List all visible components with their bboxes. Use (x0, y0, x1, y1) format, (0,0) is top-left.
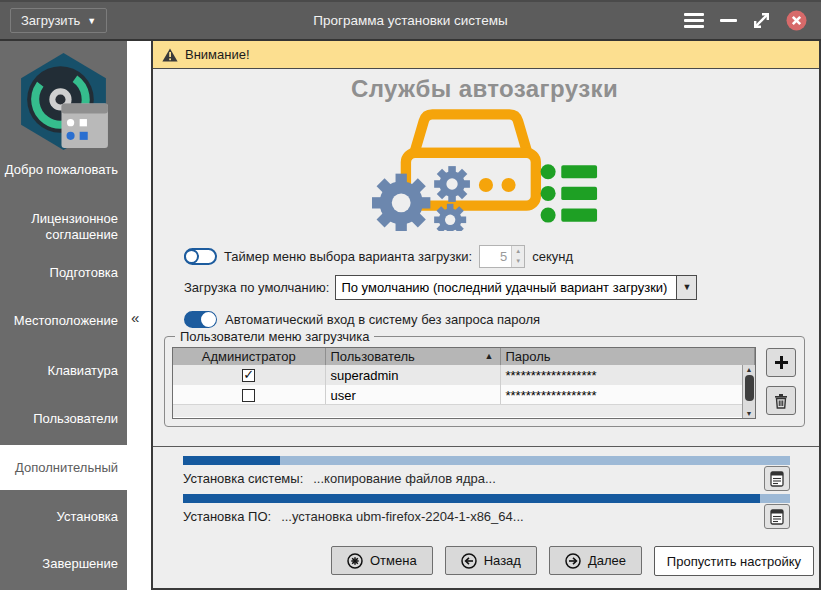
sidebar-item-welcome[interactable]: Добро пожаловать (0, 162, 127, 178)
titlebar: Загрузить ▼ Программа установки системы (0, 0, 821, 41)
spin-up-icon[interactable]: ▲ (512, 246, 524, 257)
installation-progress-section: Установка системы: ...копирование файлов… (153, 446, 819, 588)
sidebar-item-location[interactable]: Местоположение (0, 313, 127, 329)
empty-table-area (173, 404, 742, 417)
cancel-circle-icon (347, 553, 363, 569)
bootloader-users-group: Пользователи меню загрузчика Администрат… (164, 336, 805, 427)
boot-timer-row: Таймер меню выбора варианта загрузки: 5 … (184, 244, 805, 268)
bootloader-users-table: Администратор Пользователь▲ Пароль super… (172, 347, 756, 419)
page-title: Службы автозагрузки (164, 75, 805, 103)
skip-configuration-button[interactable]: Пропустить настройку (654, 546, 814, 576)
system-progress-row: Установка системы: ...копирование файлов… (183, 465, 790, 492)
next-label: Далее (588, 553, 626, 568)
skip-label: Пропустить настройку (667, 554, 801, 569)
bootloader-users-legend: Пользователи меню загрузчика (175, 329, 374, 344)
boot-timer-label: Таймер меню выбора варианта загрузки: (224, 249, 472, 264)
software-progress-row: Установка ПО: ...установка ubm-firefox-2… (183, 503, 790, 530)
scrollbar-thumb[interactable] (745, 375, 754, 401)
cancel-label: Отмена (370, 553, 417, 568)
log-document-icon (770, 509, 784, 525)
trash-icon (774, 393, 788, 409)
table-row-user[interactable]: user ****************** (173, 385, 755, 405)
back-label: Назад (484, 553, 521, 568)
boot-timer-toggle[interactable] (184, 248, 217, 265)
delete-user-button[interactable] (766, 386, 796, 415)
autostart-illustration (164, 105, 805, 231)
warning-icon (162, 48, 178, 62)
load-menu-label: Загрузить (21, 13, 80, 28)
table-row-superadmin[interactable]: superadmin ****************** (173, 365, 755, 385)
chevron-down-icon: ▼ (87, 16, 96, 26)
minimize-button[interactable] (720, 19, 737, 22)
close-button[interactable] (786, 10, 807, 31)
column-header-password[interactable]: Пароль (500, 348, 755, 365)
sidebar-item-additional-active[interactable]: Дополнительный (0, 445, 127, 490)
sort-asc-icon: ▲ (485, 351, 494, 361)
sidebar-item-finish[interactable]: Завершение (0, 556, 127, 572)
content-panel: Внимание! Службы автозагрузки (151, 41, 821, 590)
default-boot-selected-value: По умолчанию (последний удачный вариант … (336, 280, 676, 295)
default-boot-row: Загрузка по умолчанию: По умолчанию (пос… (184, 274, 805, 300)
warning-text: Внимание! (185, 47, 250, 62)
chevron-down-icon[interactable]: ▼ (676, 276, 696, 299)
back-button[interactable]: Назад (445, 546, 537, 575)
default-boot-label: Загрузка по умолчанию: (184, 280, 329, 295)
column-header-user[interactable]: Пользователь▲ (325, 348, 500, 365)
footer-buttons: Отмена Назад (183, 546, 790, 576)
log-document-icon (770, 471, 784, 487)
software-progress-status: ...установка ubm-firefox-2204-1-x86_64..… (281, 509, 524, 524)
next-button[interactable]: Далее (549, 546, 642, 575)
table-scrollbar[interactable]: ▲ ▼ (742, 365, 755, 418)
scroll-up-icon[interactable]: ▲ (746, 365, 753, 374)
collapse-sidebar-icon[interactable]: « (131, 309, 139, 326)
default-boot-select[interactable]: По умолчанию (последний удачный вариант … (335, 275, 697, 300)
password-cell: ****************** (500, 385, 755, 405)
software-progress-bar (183, 494, 790, 503)
cancel-button[interactable]: Отмена (331, 546, 433, 575)
timer-seconds-value: 5 (480, 246, 511, 267)
maximize-button[interactable] (753, 12, 770, 29)
column-header-admin[interactable]: Администратор (173, 348, 325, 365)
sidebar: Добро пожаловать Лицензионное соглашение… (0, 41, 127, 590)
autostart-services-section: Службы автозагрузки (153, 69, 819, 446)
plus-icon (774, 355, 789, 370)
sidebar-gutter: « (127, 41, 151, 590)
admin-checkbox[interactable] (242, 369, 255, 382)
sidebar-item-installation[interactable]: Установка (0, 509, 127, 525)
user-cell: user (325, 385, 500, 405)
drive-gears-list-icon (372, 105, 598, 231)
sidebar-item-keyboard[interactable]: Клавиатура (0, 363, 127, 379)
admin-checkbox[interactable] (242, 389, 255, 402)
password-cell: ****************** (500, 365, 755, 385)
system-progress-status: ...копирование файлов ядра... (313, 471, 496, 486)
system-log-button[interactable] (764, 466, 790, 491)
system-progress-label: Установка системы: (183, 471, 303, 486)
window-controls (684, 10, 821, 31)
timer-unit-label: секунд (532, 249, 573, 264)
software-log-button[interactable] (764, 504, 790, 529)
sidebar-item-preparation[interactable]: Подготовка (0, 265, 127, 281)
sidebar-item-license[interactable]: Лицензионное соглашение (0, 211, 127, 243)
load-menu-button[interactable]: Загрузить ▼ (10, 8, 107, 33)
hamburger-menu-icon[interactable] (684, 13, 704, 28)
autologin-row: Автоматический вход в систему без запрос… (184, 308, 805, 330)
warning-banner: Внимание! (153, 41, 819, 69)
scroll-down-icon[interactable]: ▼ (746, 409, 753, 418)
next-arrow-icon (565, 553, 581, 569)
timer-seconds-spinner[interactable]: 5 ▲ ▼ (479, 245, 525, 268)
software-progress-label: Установка ПО: (183, 509, 271, 524)
installer-window: Загрузить ▼ Программа установки системы (0, 0, 821, 590)
autologin-label: Автоматический вход в систему без запрос… (225, 312, 540, 327)
autologin-toggle[interactable] (184, 311, 217, 328)
sidebar-item-users[interactable]: Пользователи (0, 411, 127, 427)
system-progress-bar (183, 456, 790, 465)
back-arrow-icon (461, 553, 477, 569)
installer-logo-icon (13, 51, 114, 152)
add-user-button[interactable] (766, 348, 796, 377)
user-cell: superadmin (325, 365, 500, 385)
spin-down-icon[interactable]: ▼ (512, 256, 524, 267)
